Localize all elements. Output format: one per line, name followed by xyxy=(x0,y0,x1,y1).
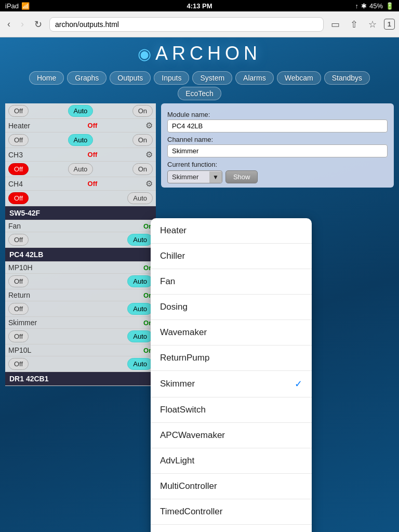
dropdown-item-apcwavemaker-label: APCWavemaker xyxy=(160,430,225,441)
nav-graphs[interactable]: Graphs xyxy=(67,71,107,85)
nav-bar: Home Graphs Outputs Inputs System Alarms… xyxy=(0,67,399,87)
nav-outputs[interactable]: Outputs xyxy=(110,71,151,85)
ch4-gear-icon[interactable]: ⚙ xyxy=(145,179,153,189)
output-controls-row-2: Off Auto On xyxy=(5,132,156,148)
off-btn-6[interactable]: Off xyxy=(8,275,29,287)
mp10h-row: MP10H On xyxy=(5,262,156,274)
dropdown-item-chiller[interactable]: Chiller xyxy=(151,244,312,269)
dropdown-item-apcwavemaker[interactable]: APCWavemaker xyxy=(151,423,312,448)
pc4-header: PC4 42LB xyxy=(5,248,156,262)
off-btn-8[interactable]: Off xyxy=(8,330,29,342)
function-select-value: Skimmer xyxy=(168,171,209,183)
bookmark-button[interactable]: ☆ xyxy=(365,18,380,31)
return-label: Return xyxy=(8,291,39,299)
dropdown-item-fan[interactable]: Fan xyxy=(151,269,312,295)
current-function-label: Current function: xyxy=(167,161,388,168)
module-info: Module name: Channel name: Current funct… xyxy=(161,103,394,188)
auto-btn-6[interactable]: Auto xyxy=(127,275,153,287)
off-btn-4[interactable]: Off xyxy=(8,192,29,204)
on-btn-1[interactable]: On xyxy=(132,105,153,117)
browser-chrome: ‹ › ↻ ▭ ⇧ ☆ 1 xyxy=(0,11,399,37)
auto-btn-5[interactable]: Auto xyxy=(127,234,153,246)
show-button[interactable]: Show xyxy=(225,170,258,183)
heater-label: Heater xyxy=(8,122,39,130)
function-select-arrow-icon[interactable]: ▼ xyxy=(209,171,222,183)
signal-icon: ↑ xyxy=(355,2,358,10)
checkmark-icon: ✓ xyxy=(295,378,302,390)
nav-alarms[interactable]: Alarms xyxy=(235,71,274,85)
off-btn-2[interactable]: Off xyxy=(8,134,29,146)
tab-count[interactable]: 1 xyxy=(384,19,395,30)
heater-gear-icon[interactable]: ⚙ xyxy=(145,121,153,130)
output-controls-row-1: Off Auto On xyxy=(5,103,156,119)
nav-standbys[interactable]: Standbys xyxy=(324,71,370,85)
share-button[interactable]: ▭ xyxy=(328,18,343,31)
back-button[interactable]: ‹ xyxy=(4,18,14,31)
dropdown-item-returnpump-label: ReturnPump xyxy=(160,353,209,363)
dropdown-item-wavemaker-label: Wavemaker xyxy=(160,327,207,338)
output-controls-row-8: Off Auto xyxy=(5,329,156,344)
output-controls-row-3: Off Auto On xyxy=(5,162,156,177)
logo-area: ◉ ARCHON xyxy=(0,37,399,67)
battery-icon: 🔋 xyxy=(385,2,394,10)
outputs-panel: Off Auto On Heater Off ⚙ Off Auto On CH3… xyxy=(5,103,156,386)
nav-home[interactable]: Home xyxy=(29,71,64,85)
nav-webcam[interactable]: Webcam xyxy=(277,71,321,85)
dropdown-item-heater[interactable]: Heater xyxy=(151,218,312,244)
nav-ecotech[interactable]: EcoTech xyxy=(178,87,221,100)
auto-btn-4[interactable]: Auto xyxy=(127,192,153,204)
auto-btn-8[interactable]: Auto xyxy=(127,330,153,342)
output-controls-row-5: Off Auto xyxy=(5,232,156,248)
mp10h-label: MP10H xyxy=(8,263,39,272)
dropdown-item-wavemaker[interactable]: Wavemaker xyxy=(151,320,312,345)
dropdown-item-advlight[interactable]: AdvLight xyxy=(151,448,312,474)
auto-btn-9[interactable]: Auto xyxy=(127,358,153,370)
dropdown-item-mlc[interactable]: MLC xyxy=(151,525,312,532)
channel-name-label: Channel name: xyxy=(167,136,388,143)
heater-status: Off xyxy=(88,122,98,129)
fan-row: Fan On xyxy=(5,220,156,232)
off-btn-9[interactable]: Off xyxy=(8,358,29,370)
auto-btn-2[interactable]: Auto xyxy=(68,134,94,146)
off-btn-5[interactable]: Off xyxy=(8,234,29,246)
dropdown-item-heater-label: Heater xyxy=(160,225,187,236)
dropdown-item-floatswitch[interactable]: FloatSwitch xyxy=(151,397,312,423)
ch3-status: Off xyxy=(88,151,98,158)
url-bar[interactable] xyxy=(49,17,324,32)
logo-text: ARCHON xyxy=(155,43,261,64)
off-btn-7[interactable]: Off xyxy=(8,303,29,315)
status-bar: iPad 📶 4:13 PM ↑ ✱ 45% 🔋 xyxy=(0,0,399,11)
wifi-icon: 📶 xyxy=(21,2,30,10)
nav-inputs[interactable]: Inputs xyxy=(154,71,189,85)
on-btn-2[interactable]: On xyxy=(132,134,153,146)
function-select[interactable]: Skimmer ▼ xyxy=(167,170,222,183)
auto-btn-7[interactable]: Auto xyxy=(127,303,153,315)
dropdown-item-skimmer[interactable]: Skimmer ✓ xyxy=(151,371,312,397)
carrier-label: iPad xyxy=(5,2,19,10)
nav-system[interactable]: System xyxy=(192,71,232,85)
dr1-header: DR1 42CB1 xyxy=(5,372,156,386)
dropdown-item-multicontroller-label: MultiController xyxy=(160,481,217,491)
dropdown-item-dosing[interactable]: Dosing xyxy=(151,295,312,320)
dropdown-item-multicontroller[interactable]: MultiController xyxy=(151,474,312,499)
dropdown-item-timedcontroller[interactable]: TimedController xyxy=(151,499,312,525)
reload-button[interactable]: ↻ xyxy=(31,18,45,31)
dropdown-item-floatswitch-label: FloatSwitch xyxy=(160,405,206,415)
on-btn-3[interactable]: On xyxy=(132,163,153,175)
ch3-label: CH3 xyxy=(8,151,39,159)
off-btn-3[interactable]: Off xyxy=(8,163,29,175)
module-name-input[interactable] xyxy=(167,119,388,132)
time-label: 4:13 PM xyxy=(187,2,212,10)
forward-button[interactable]: › xyxy=(18,18,27,31)
module-name-label: Module name: xyxy=(167,111,388,118)
off-btn-1[interactable]: Off xyxy=(8,105,29,117)
ch3-gear-icon[interactable]: ⚙ xyxy=(145,150,153,159)
dr1-label: DR1 42CB1 xyxy=(9,375,48,383)
auto-btn-1[interactable]: Auto xyxy=(68,105,94,117)
channel-name-input[interactable] xyxy=(167,144,388,157)
auto-btn-3[interactable]: Auto xyxy=(68,163,94,175)
dropdown-item-returnpump[interactable]: ReturnPump xyxy=(151,345,312,371)
dropdown-item-fan-label: Fan xyxy=(160,276,175,287)
upload-button[interactable]: ⇧ xyxy=(347,18,361,31)
sw5-header: SW5-42F xyxy=(5,206,156,220)
